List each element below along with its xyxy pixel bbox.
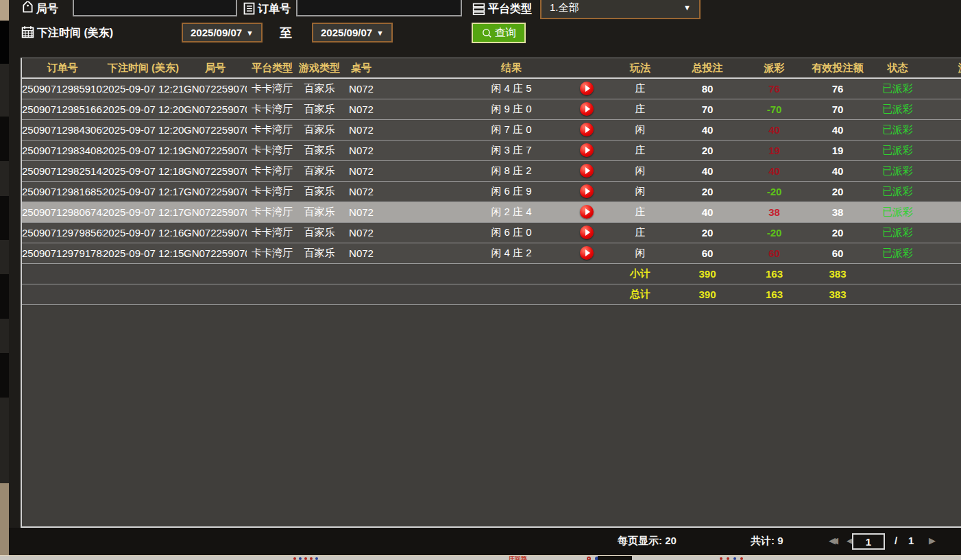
bet-record-row[interactable]: 250907129816853 2025-09-07 12:17:50 GN07…: [22, 181, 961, 202]
order-number-cell: 250907129859102: [22, 78, 103, 99]
replay-cell: [566, 119, 607, 140]
result-cell: 闲 4 庄 5: [381, 78, 566, 99]
column-header-order: 订单号: [22, 58, 103, 78]
round-number-input[interactable]: [73, 0, 237, 16]
date-to-select[interactable]: 2025/09/07 ▼: [312, 23, 393, 42]
total-bet-cell: 40: [673, 202, 742, 222]
bet-record-row[interactable]: 250907129851661 2025-09-07 12:20:46 GN07…: [22, 99, 961, 119]
table-number-cell: N072: [341, 99, 381, 119]
play-type-cell: 庄: [607, 140, 673, 160]
table-number-cell: N072: [341, 119, 381, 140]
play-triangle: [585, 249, 590, 256]
play-triangle: [585, 208, 590, 215]
first-page-icon[interactable]: ◀◀: [829, 535, 834, 546]
subtotal-valid-bet: 383: [807, 263, 868, 284]
status-cell: 已派彩: [868, 222, 927, 243]
order-number-cell: 250907129791783: [22, 243, 103, 263]
total-label: 总计: [607, 284, 673, 304]
bet-record-row[interactable]: 250907129834084 2025-09-07 12:19:16 GN07…: [22, 140, 961, 160]
page-number-input[interactable]: [852, 533, 885, 550]
play-replay-icon[interactable]: [580, 82, 594, 95]
game-mode-cell: -: [927, 243, 961, 263]
play-type-cell: 庄: [607, 222, 673, 243]
bet-history-panel: 局号 订单号 平台类型 1.全部 ▼ 下注时间 (美东) 2025/09/07 …: [9, 0, 961, 560]
platform-select[interactable]: 1.全部 ▼: [540, 0, 701, 19]
pagination-bar: 每页显示: 20 共计: 9 ◀◀ ◀ / 1 ▶: [9, 528, 961, 555]
column-header-payout: 派彩: [742, 58, 807, 78]
play-type-cell: 闲: [607, 181, 673, 202]
payout-cell: 76: [742, 78, 807, 99]
play-triangle: [585, 85, 590, 92]
order-filter-label: 订单号: [258, 2, 291, 16]
roadmap-dot: [740, 557, 743, 560]
play-replay-icon[interactable]: [580, 184, 594, 198]
bet-record-row[interactable]: 250907129806744 2025-09-07 12:17:00 GN07…: [22, 202, 961, 222]
play-type-cell: 庄: [607, 78, 673, 99]
roadmap-dot: [293, 557, 296, 560]
total-bet-cell: 40: [673, 160, 742, 181]
bet-record-row[interactable]: 250907129791783 2025-09-07 12:15:41 GN07…: [22, 243, 961, 263]
payout-cell: 60: [742, 243, 807, 263]
total-total-bet: 390: [673, 284, 742, 304]
platform-cell: 卡卡湾厅: [247, 140, 297, 160]
total-bet-cell: 20: [673, 222, 742, 243]
round-number-cell: GN072259070ST: [184, 140, 247, 160]
total-bet-cell: 20: [673, 181, 742, 202]
background-fragment: [0, 0, 9, 21]
column-header-valid-bet: 有效投注额: [807, 58, 868, 78]
game-type-cell: 百家乐: [297, 222, 341, 243]
bet-time-cell: 2025-09-07 12:17:00: [103, 202, 184, 222]
play-replay-icon[interactable]: [580, 246, 594, 260]
background-text-fragment: 庄问路: [509, 556, 527, 560]
table-number-cell: N072: [341, 243, 381, 263]
play-replay-icon[interactable]: [580, 123, 594, 136]
play-replay-icon[interactable]: [580, 143, 594, 157]
replay-cell: [566, 181, 607, 202]
game-type-cell: 百家乐: [297, 181, 341, 202]
column-header-game-mode: 游戏模式: [927, 58, 961, 78]
replay-cell: [566, 140, 607, 160]
result-cell: 闲 7 庄 0: [381, 119, 566, 140]
round-number-cell: GN072259070SO: [184, 243, 247, 263]
background-fragment: [0, 483, 9, 560]
play-type-cell: 闲: [607, 160, 673, 181]
bet-time-cell: 2025-09-07 12:16:17: [103, 222, 184, 243]
total-payout: 163: [742, 284, 807, 304]
play-replay-icon[interactable]: [580, 226, 594, 239]
bet-record-row[interactable]: 250907129825144 2025-09-07 12:18:32 GN07…: [22, 160, 961, 181]
play-triangle: [585, 147, 590, 154]
date-to-value: 2025/09/07: [321, 27, 372, 38]
column-header-table-no: 桌号: [341, 58, 381, 78]
replay-cell: [566, 202, 607, 222]
play-triangle: [585, 167, 590, 174]
result-cell: 闲 3 庄 7: [381, 140, 566, 160]
game-mode-cell: -: [927, 99, 961, 119]
bet-record-row[interactable]: 250907129859102 2025-09-07 12:21:24 GN07…: [22, 78, 961, 99]
next-page-icon[interactable]: ▶: [929, 535, 936, 546]
order-number-cell: 250907129816853: [22, 181, 103, 202]
status-cell: 已派彩: [868, 160, 927, 181]
payout-cell: 19: [742, 140, 807, 160]
query-button[interactable]: 查询: [472, 23, 526, 43]
payout-cell: 40: [742, 160, 807, 181]
payout-cell: 38: [742, 202, 807, 222]
platform-cell: 卡卡湾厅: [247, 181, 297, 202]
result-cell: 闲 6 庄 9: [381, 181, 566, 202]
play-replay-icon[interactable]: [580, 205, 594, 219]
bet-record-row[interactable]: 250907129843069 2025-09-07 12:20:00 GN07…: [22, 119, 961, 140]
table-number-cell: N072: [341, 140, 381, 160]
date-from-select[interactable]: 2025/09/07 ▼: [182, 23, 263, 42]
payout-cell: -20: [742, 181, 807, 202]
game-type-cell: 百家乐: [297, 99, 341, 119]
round-number-cell: GN072259070SS: [184, 160, 247, 181]
status-cell: 已派彩: [868, 181, 927, 202]
column-header-result: 结果: [381, 58, 566, 78]
play-replay-icon[interactable]: [580, 102, 594, 116]
replay-cell: [566, 78, 607, 99]
play-replay-icon[interactable]: [580, 164, 594, 178]
result-cell: 闲 8 庄 2: [381, 160, 566, 181]
bet-record-row[interactable]: 250907129798565 2025-09-07 12:16:17 GN07…: [22, 222, 961, 243]
table-number-cell: N072: [341, 181, 381, 202]
order-number-input[interactable]: [296, 0, 462, 16]
roadmap-dot: [727, 557, 729, 560]
